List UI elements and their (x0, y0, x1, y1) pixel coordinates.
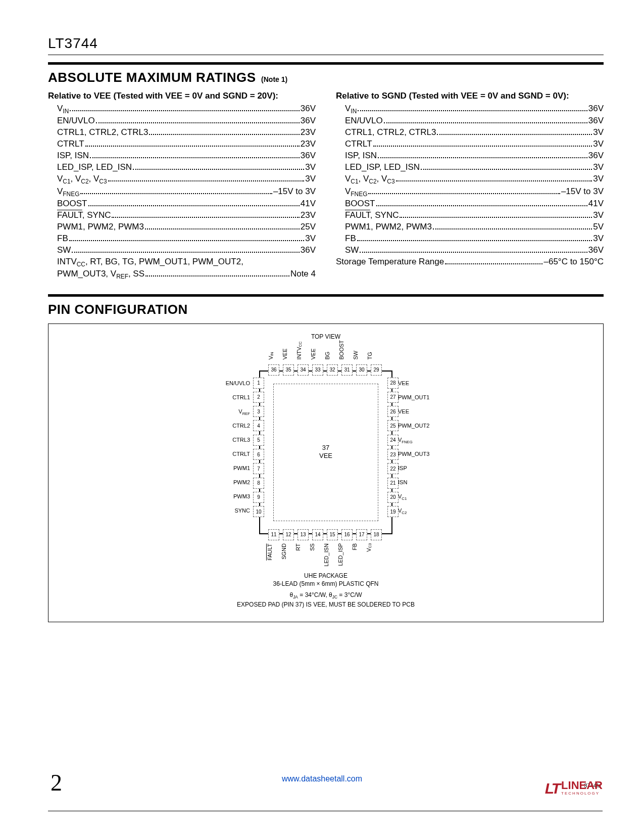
pin-number: 29 (371, 364, 382, 376)
pin-number: 18 (371, 529, 382, 540)
linear-logo: LT LINEAR TECHNOLOGY (545, 780, 603, 797)
pin-label: SS (309, 543, 317, 567)
pin-label: PWM3 (220, 492, 250, 501)
pin-number: 16 (341, 529, 353, 540)
section-note: (Note 1) (261, 75, 287, 83)
pin-number: 4 (253, 420, 264, 431)
pin-number: 10 (253, 506, 264, 517)
pin-label: CTRL1 (220, 393, 250, 402)
pin-number: 3 (253, 406, 264, 417)
rating-row: BOOST41V (336, 198, 604, 210)
pin-label: CTRLT (220, 450, 250, 458)
pin-label: EN/UVLO (220, 379, 250, 388)
pin-number: 23 (387, 449, 399, 460)
pin-number: 9 (253, 492, 264, 503)
rating-row: VFNEG–15V to 3V (48, 186, 316, 198)
pin-number: 35 (283, 364, 294, 376)
pin-label: PWM_OUT1 (398, 393, 439, 402)
pin-label: FB (352, 543, 359, 567)
logo-subtext: TECHNOLOGY (561, 791, 603, 796)
pin-label: SYNC (220, 506, 250, 515)
pin-label: VC3 (366, 543, 373, 567)
pin-number: 21 (387, 478, 399, 489)
pin-number: 5 (253, 435, 264, 446)
rating-row: VC1, VC2, VC33V (336, 173, 604, 186)
rating-row: VIN36V (48, 103, 316, 115)
pin-number: 26 (387, 406, 399, 417)
ratings-columns: Relative to VEE (Tested with VEE = 0V an… (48, 90, 604, 281)
rating-row: SW36V (336, 245, 604, 256)
logo-text: LINEAR (561, 779, 603, 792)
rating-row: FB3V (336, 233, 604, 245)
die-pad-label: 37 VEE (319, 444, 332, 461)
pin-number: 34 (298, 364, 309, 376)
pin-number: 1 (253, 378, 264, 389)
pin-number: 11 (268, 529, 279, 540)
pin-number: 6 (253, 449, 264, 460)
pin-number: 27 (387, 392, 399, 403)
rating-row: ISP, ISN36V (336, 150, 604, 162)
rating-row: EN/UVLO36V (336, 115, 604, 127)
pin-label: VEE (282, 340, 289, 360)
pin-number: 2 (253, 392, 264, 403)
package-info: UHE PACKAGE 36-LEAD (5mm × 6mm) PLASTIC … (48, 572, 603, 609)
pin-label: CTRL3 (220, 436, 250, 444)
pin-label: LED_ISN (323, 543, 331, 567)
rating-row: INTVCC, RT, BG, TG, PWM_OUT1, PWM_OUT2, (48, 256, 316, 268)
pin-number: 13 (298, 529, 309, 540)
pin-label: PWM_OUT2 (398, 422, 439, 430)
footer-rule (48, 811, 603, 811)
divider (48, 55, 604, 55)
pin-label: SW (353, 340, 360, 360)
rating-row: LED_ISP, LED_ISN3V (48, 162, 316, 173)
pin-config-frame: TOP VIEW 37 VEE 12345678910 282726252423… (48, 323, 604, 622)
pin-label: VC2 (398, 506, 439, 515)
pin-number: 17 (356, 529, 367, 540)
pin-number: 15 (327, 529, 338, 540)
pin-number: 28 (387, 378, 399, 389)
part-number: LT3744 (48, 35, 604, 52)
pin-label: VFNEG (398, 436, 439, 444)
rating-row: SW36V (48, 245, 316, 256)
rating-row: VFNEG–15V to 3V (336, 186, 604, 198)
pin-label: VREF (220, 407, 250, 416)
pin-number: 14 (312, 529, 323, 540)
rating-row: FB3V (48, 233, 316, 245)
rating-row: EN/UVLO36V (48, 115, 316, 127)
logo-icon: LT (545, 780, 559, 797)
rating-row: VC1, VC2, VC33V (48, 173, 316, 186)
pin-number: 12 (283, 529, 294, 540)
rating-row: VIN36V (336, 103, 604, 115)
rating-row: CTRLT23V (48, 138, 316, 150)
pin-number: 25 (387, 420, 399, 431)
pin-number: 7 (253, 463, 264, 474)
top-view-label: TOP VIEW (48, 333, 603, 340)
divider (48, 62, 604, 65)
pin-number: 20 (387, 492, 399, 503)
rating-row: Storage Temperature Range–65°C to 150°C (336, 256, 604, 268)
rating-row: PWM1, PWM2, PWM35V (336, 221, 604, 233)
package-outline: 37 VEE 12345678910 28272625242322212019 … (259, 370, 392, 534)
pin-number: 22 (387, 463, 399, 474)
rating-row: PWM1, PWM2, PWM325V (48, 221, 316, 233)
pin-label: RT (295, 543, 303, 567)
pin-number: 33 (312, 364, 323, 376)
pin-label: PWM1 (220, 464, 250, 473)
pin-number: 36 (268, 364, 279, 376)
footer-url[interactable]: www.datasheetall.com (282, 774, 362, 783)
rating-row: LED_ISP, LED_ISN3V (336, 162, 604, 173)
pin-number: 19 (387, 506, 399, 517)
pin-label: PWM_OUT3 (398, 450, 439, 458)
pin-number: 32 (327, 364, 338, 376)
pin-label: LED_ISP (337, 543, 345, 567)
rating-row: BOOST41V (48, 198, 316, 210)
pin-label: VIN (268, 340, 275, 360)
rating-row: CTRL1, CTRL2, CTRL323V (48, 127, 316, 138)
rating-row: FAULT, SYNC23V (48, 210, 316, 221)
rating-row: PWM_OUT3, VREF, SSNote 4 (48, 268, 316, 281)
divider (48, 294, 604, 297)
pin-label: FAULT (267, 543, 274, 567)
pin-number: 8 (253, 478, 264, 489)
pin-number: 24 (387, 435, 399, 446)
pin-number: 31 (341, 364, 353, 376)
